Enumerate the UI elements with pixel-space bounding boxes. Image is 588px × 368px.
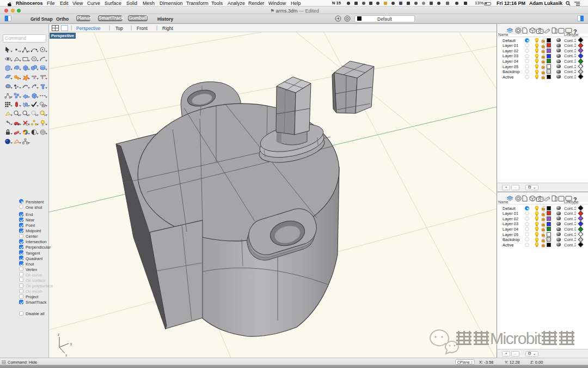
svg-text:y: y — [70, 342, 72, 346]
svg-text:x: x — [65, 353, 68, 357]
svg-text:z: z — [58, 333, 59, 336]
